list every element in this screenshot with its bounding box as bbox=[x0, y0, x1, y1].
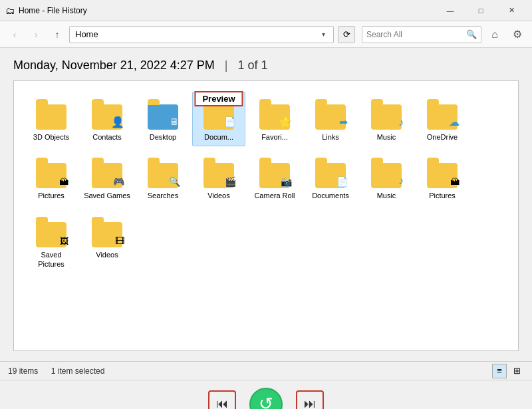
window-title: Home - File History bbox=[19, 6, 435, 15]
photo-icon: 🖼 bbox=[60, 236, 68, 246]
status-bar: 19 items 1 item selected ≡ ⊞ bbox=[0, 361, 532, 380]
file-item-saved-games[interactable]: 🎮 Saved Games bbox=[80, 150, 134, 205]
selected-count: 1 item selected bbox=[51, 366, 105, 376]
music2-icon: ♪ bbox=[398, 175, 404, 187]
file-item-pictures[interactable]: 🏔 Pictures bbox=[25, 150, 78, 205]
search-bar-container: 🔍 bbox=[362, 26, 481, 43]
cloud-icon: ☁ bbox=[449, 116, 460, 128]
file-item-searches[interactable]: 🔍 Searches bbox=[136, 150, 190, 205]
file-label-saved-games: Saved Games bbox=[84, 191, 130, 200]
folder-icon-favorites: ⭐ bbox=[257, 95, 292, 130]
mountain2-icon: 🏔 bbox=[450, 176, 460, 187]
view-tiles-button[interactable]: ⊞ bbox=[509, 364, 524, 378]
folder-icon-saved-games: 🎮 bbox=[90, 154, 124, 188]
file-item-onedrive[interactable]: ☁ OneDrive bbox=[416, 92, 469, 146]
address-chevron-icon[interactable]: ▾ bbox=[319, 31, 328, 38]
desktop-icon: 🖥 bbox=[170, 116, 179, 127]
folder-icon-links: ➦ bbox=[313, 95, 348, 130]
file-label-music2: Music bbox=[377, 191, 396, 200]
folder-icon-onedrive: ☁ bbox=[425, 95, 460, 130]
address-bar-container: ▾ bbox=[69, 26, 334, 43]
file-item-music[interactable]: ♪ Music bbox=[360, 92, 413, 146]
nav-bar: ‹ › ↑ ▾ ⟳ 🔍 ⌂ ⚙ bbox=[0, 21, 532, 48]
file-item-favorites[interactable]: ⭐ Favori... bbox=[248, 92, 301, 146]
file-item-music2[interactable]: ♪ Music bbox=[360, 150, 413, 205]
doc-icon: 📄 bbox=[224, 116, 235, 127]
main-content: Monday, November 21, 2022 4:27 PM | 1 of… bbox=[0, 48, 532, 361]
refresh-button[interactable]: ⟳ bbox=[338, 26, 355, 43]
file-label-videos: Videos bbox=[207, 191, 229, 200]
file-label-pictures2: Pictures bbox=[429, 191, 456, 200]
file-item-desktop[interactable]: 🖥 Desktop bbox=[136, 92, 190, 146]
arrow-icon: ➦ bbox=[339, 116, 348, 128]
folder-icon-documents2: 📄 bbox=[313, 154, 348, 188]
restore-button[interactable]: ↺ bbox=[249, 388, 283, 410]
folder-icon-3d-objects bbox=[34, 95, 68, 130]
search-icon-overlay: 🔍 bbox=[169, 176, 180, 187]
music-icon: ♪ bbox=[398, 116, 404, 128]
items-count: 19 items bbox=[8, 366, 38, 376]
folder-icon-pictures: 🏔 bbox=[34, 154, 68, 188]
title-bar: 🗂 Home - File History — □ ✕ bbox=[0, 0, 532, 21]
home-button[interactable]: ⌂ bbox=[485, 25, 504, 44]
search-icon: 🔍 bbox=[466, 29, 477, 39]
file-label-links: Links bbox=[322, 132, 339, 142]
back-button[interactable]: ‹ bbox=[5, 25, 24, 44]
forward-button[interactable]: › bbox=[27, 25, 45, 44]
folder-icon-music2: ♪ bbox=[369, 154, 404, 188]
date-header: Monday, November 21, 2022 4:27 PM | 1 of… bbox=[13, 59, 519, 72]
view-details-button[interactable]: ≡ bbox=[492, 364, 507, 378]
file-item-links[interactable]: ➦ Links bbox=[304, 92, 357, 146]
minimize-button[interactable]: — bbox=[435, 0, 466, 21]
file-label-searches: Searches bbox=[148, 191, 178, 200]
file-item-videos2[interactable]: 🎞 Videos bbox=[80, 209, 134, 274]
close-button[interactable]: ✕ bbox=[496, 0, 527, 21]
folder-icon-searches: 🔍 bbox=[146, 154, 180, 188]
view-buttons: ≡ ⊞ bbox=[492, 364, 524, 378]
app-icon: 🗂 bbox=[5, 5, 15, 16]
mountain-icon: 🏔 bbox=[59, 176, 68, 187]
folder-icon-camera-roll: 📷 bbox=[257, 154, 292, 188]
file-item-pictures2[interactable]: 🏔 Pictures bbox=[416, 150, 469, 205]
file-item-documents2[interactable]: 📄 Documents bbox=[304, 150, 357, 205]
folder-icon-videos: 🎬 bbox=[201, 154, 236, 188]
folder-icon-desktop: 🖥 bbox=[146, 95, 180, 130]
maximize-button[interactable]: □ bbox=[466, 0, 496, 21]
file-item-3d-objects[interactable]: 3D Objects bbox=[25, 92, 78, 146]
file-item-camera-roll[interactable]: 📷 Camera Roll bbox=[248, 150, 301, 205]
file-label-saved-pictures: Saved Pictures bbox=[28, 250, 74, 269]
file-label-favorites: Favori... bbox=[261, 132, 288, 142]
files-container: 3D Objects 👤 Contacts 🖥 Desktop Preview bbox=[13, 80, 519, 351]
settings-button[interactable]: ⚙ bbox=[508, 25, 527, 44]
file-label-videos2: Videos bbox=[96, 250, 118, 259]
file-label-3d-objects: 3D Objects bbox=[33, 132, 69, 142]
preview-tooltip: Preview bbox=[194, 91, 243, 106]
file-label-music: Music bbox=[377, 132, 396, 142]
person-icon: 👤 bbox=[111, 116, 124, 128]
folder-icon-music: ♪ bbox=[369, 95, 404, 130]
doc2-icon: 📄 bbox=[336, 176, 348, 187]
camera-icon: 📷 bbox=[281, 176, 292, 187]
separator: | bbox=[225, 59, 228, 72]
search-input[interactable] bbox=[366, 30, 466, 39]
file-label-pictures: Pictures bbox=[38, 191, 65, 200]
file-item-saved-pictures[interactable]: 🖼 Saved Pictures bbox=[25, 209, 78, 274]
file-label-onedrive: OneDrive bbox=[427, 132, 458, 142]
skip-last-button[interactable]: ⏭ bbox=[296, 390, 324, 410]
file-item-videos[interactable]: 🎬 Videos bbox=[192, 150, 245, 205]
folder-icon-saved-pictures: 🖼 bbox=[34, 213, 68, 247]
up-button[interactable]: ↑ bbox=[48, 25, 66, 44]
folder-icon-videos2: 🎞 bbox=[90, 213, 124, 247]
status-separator bbox=[43, 366, 45, 376]
files-grid: 3D Objects 👤 Contacts 🖥 Desktop Preview bbox=[25, 92, 507, 273]
file-item-contacts[interactable]: 👤 Contacts bbox=[80, 92, 134, 146]
file-label-contacts: Contacts bbox=[92, 132, 121, 142]
star-icon: ⭐ bbox=[279, 116, 292, 128]
file-label-documents: Docum... bbox=[204, 132, 233, 142]
file-label-desktop: Desktop bbox=[150, 132, 176, 142]
address-input[interactable] bbox=[75, 29, 319, 39]
bottom-nav: ⏮ ↺ ⏭ bbox=[0, 380, 532, 409]
gamepad-icon: 🎮 bbox=[113, 176, 124, 187]
skip-first-button[interactable]: ⏮ bbox=[208, 390, 236, 410]
file-item-documents[interactable]: Preview 📄 Docum... bbox=[192, 92, 245, 146]
